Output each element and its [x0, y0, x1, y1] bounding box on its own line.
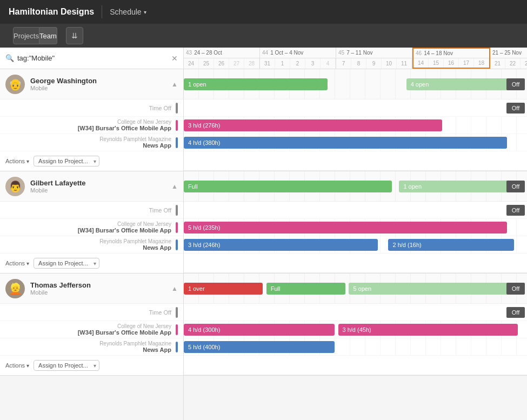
- search-icon: 🔍: [5, 54, 14, 62]
- tab-team[interactable]: Team: [39, 27, 57, 44]
- project-row-gw-0: College of New Jersey[W34] Bursar's Offi…: [0, 117, 183, 134]
- search-input[interactable]: [17, 54, 171, 62]
- tab-projects[interactable]: Projects: [13, 27, 39, 44]
- off-pill-gl: Off: [506, 181, 525, 192]
- time-off-dot: [176, 205, 178, 216]
- person-info-tj: Thomas JeffersonMobile: [30, 281, 171, 296]
- schedule-bar: 3 h/d (246h): [184, 239, 378, 251]
- person-header-gl: 👨Gilbert LafayetteMobile▲: [0, 171, 183, 202]
- schedule-menu[interactable]: Schedule ▾: [110, 8, 146, 16]
- week-label: 14 – 18 Nov: [424, 50, 453, 56]
- week-group-45: 457 – 11 Nov7891011: [336, 48, 412, 69]
- assign-select-gl[interactable]: Assign to Project...: [34, 258, 99, 269]
- schedule-bar: 1 over: [184, 283, 263, 295]
- schedule-bar: 2 h/d (16h): [388, 239, 513, 251]
- schedule-actions-row-gw: [184, 151, 527, 171]
- nav-bar: Projects Team ⇊: [0, 24, 527, 48]
- day-number: 11: [397, 58, 412, 69]
- actions-button-gl[interactable]: Actions▾: [5, 260, 29, 266]
- content-wrapper: 🔍 ✕ 👴George WashingtonMobile▲Time OffCol…: [0, 48, 527, 420]
- day-number: 15: [429, 58, 444, 68]
- week-label: 7 – 11 Nov: [346, 50, 372, 56]
- project-color-dot: [176, 342, 178, 352]
- collapse-arrow-gl[interactable]: ▲: [171, 183, 178, 190]
- day-number: 23: [521, 58, 527, 69]
- top-bar: Hamiltonian Designs Schedule ▾: [0, 0, 527, 24]
- week-header: 4324 – 28 Oct2425262728441 Oct – 4 Nov31…: [184, 48, 527, 69]
- day-number: 22: [505, 58, 521, 69]
- project-company: Reynolds Pamphlet Magazine: [5, 238, 171, 244]
- actions-chevron-icon: ▾: [26, 261, 29, 266]
- right-column: 4324 – 28 Oct2425262728441 Oct – 4 Nov31…: [184, 48, 527, 420]
- off-pill-timeoff-gl: Off: [506, 205, 525, 216]
- project-company: College of New Jersey: [5, 323, 171, 329]
- person-name-tj: Thomas Jefferson: [30, 281, 171, 289]
- person-section-tj: 👱Thomas JeffersonMobile▲Time OffCollege …: [0, 274, 183, 376]
- schedule-timeoff-row-gw: Off: [184, 99, 527, 117]
- avatar-gw: 👴: [5, 75, 25, 94]
- project-name: News App: [5, 142, 171, 149]
- schedule-bar: 5 h/d (235h): [184, 222, 507, 234]
- schedule-person-row-gw: 1 open4 openOff: [184, 69, 527, 99]
- day-number: 18: [474, 58, 489, 68]
- schedule-bar: 5 open: [349, 283, 513, 295]
- actions-label[interactable]: Actions: [5, 158, 25, 164]
- actions-button-tj[interactable]: Actions▾: [5, 362, 29, 369]
- actions-row-gw: Actions▾Assign to Project...▾: [0, 151, 183, 171]
- actions-button-gw[interactable]: Actions▾: [5, 158, 29, 164]
- person-role-tj: Mobile: [30, 289, 171, 296]
- schedule-timeoff-row-gl: Off: [184, 202, 527, 219]
- actions-row-gl: Actions▾Assign to Project...▾: [0, 254, 183, 273]
- week-number: 43: [186, 50, 192, 56]
- week-group-44: 441 Oct – 4 Nov311234: [260, 48, 336, 69]
- actions-label[interactable]: Actions: [5, 362, 25, 369]
- schedule-actions-row-gl: [184, 254, 527, 273]
- assign-select-tj[interactable]: Assign to Project...: [34, 360, 99, 371]
- schedule-person-row-gl: Full1 openOff: [184, 171, 527, 202]
- week-group-: 21 – 25 Nov2122232425: [490, 48, 527, 69]
- off-pill-tj: Off: [506, 283, 525, 295]
- schedule-project-row-gw-0: 3 h/d (276h): [184, 117, 527, 134]
- project-company: Reynolds Pamphlet Magazine: [5, 136, 171, 142]
- person-role-gl: Mobile: [30, 187, 171, 194]
- day-number: 17: [459, 58, 474, 68]
- time-off-row-gl: Time Off: [0, 202, 183, 219]
- schedule-label: Schedule: [110, 8, 141, 16]
- app-container: Hamiltonian Designs Schedule ▾ Projects …: [0, 0, 527, 420]
- project-name: News App: [5, 244, 171, 251]
- time-off-row-gw: Time Off: [0, 99, 183, 117]
- avatar-tj: 👱: [5, 279, 25, 298]
- off-pill-timeoff-tj: Off: [506, 307, 525, 318]
- off-pill-gw: Off: [506, 78, 525, 90]
- off-pill-timeoff-gw: Off: [506, 103, 525, 114]
- day-number: 9: [366, 58, 382, 69]
- day-number: 4: [321, 58, 336, 69]
- schedule-bar: 4 h/d (380h): [184, 137, 507, 149]
- person-header-tj: 👱Thomas JeffersonMobile▲: [0, 274, 183, 304]
- actions-label[interactable]: Actions: [5, 260, 25, 266]
- project-color-dot: [176, 324, 178, 335]
- collapse-arrow-tj[interactable]: ▲: [171, 285, 178, 292]
- assign-select-gw[interactable]: Assign to Project...: [34, 156, 99, 166]
- project-row-gw-1: Reynolds Pamphlet MagazineNews App: [0, 134, 183, 151]
- schedule-bar: 5 h/d (400h): [184, 341, 335, 353]
- project-name: [W34] Bursar's Office Mobile App: [5, 329, 171, 336]
- schedule-project-row-gl-1: 3 h/d (246h)2 h/d (16h): [184, 236, 527, 254]
- schedule-timeoff-row-tj: Off: [184, 304, 527, 321]
- avatar-gl: 👨: [5, 177, 25, 196]
- search-clear-icon[interactable]: ✕: [171, 54, 178, 63]
- header-divider: [102, 5, 102, 18]
- actions-chevron-icon: ▾: [26, 363, 29, 369]
- week-label: 1 Oct – 4 Nov: [270, 50, 303, 56]
- chevron-down-icon: ▾: [144, 9, 146, 15]
- project-name: [W34] Bursar's Office Mobile App: [5, 125, 171, 131]
- time-off-label: Time Off: [5, 105, 176, 111]
- week-group-46: 4614 – 18 Nov1415161718: [412, 48, 490, 69]
- collapse-arrow-gw[interactable]: ▲: [171, 81, 178, 88]
- project-company: Reynolds Pamphlet Magazine: [5, 341, 171, 346]
- person-header-gw: 👴George WashingtonMobile▲: [0, 69, 183, 99]
- collapse-button[interactable]: ⇊: [66, 27, 83, 44]
- schedule-bar: 4 open: [406, 78, 514, 90]
- week-number: 45: [338, 50, 344, 56]
- day-number: 28: [244, 58, 259, 69]
